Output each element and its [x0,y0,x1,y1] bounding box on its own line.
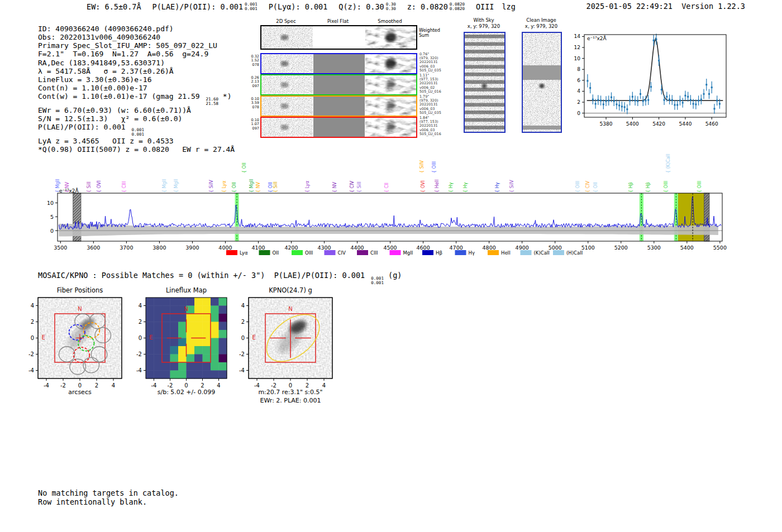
line-label-ly: { Lyα [305,181,311,193]
svg-text:2: 2 [306,382,309,389]
svg-text:Lineflux Map: Lineflux Map [166,286,207,294]
svg-text:E: E [42,334,45,341]
svg-text:Fiber Positions: Fiber Positions [57,286,103,294]
line-label-civ: { CIV [585,181,591,193]
legend-item: Hβ [422,250,442,256]
classification-label: OIII [476,2,494,11]
col-header-smoothed: Smoothed [364,18,416,24]
line-label-nv: { NV [256,182,261,193]
flags-label: lzg [502,2,515,11]
line-label-siii: { SiII [87,181,92,193]
svg-text:5: 5 [50,214,54,220]
spec2d-image [261,118,313,137]
full-spectrum-chart: 0510350036003700380039004000410042004300… [47,188,746,260]
legend-item: CIV [325,250,346,256]
legend-item: (H)CaII [553,250,583,256]
svg-text:-2: -2 [239,351,245,357]
clean-image-title: Clean Imagex, y: 979, 320 [516,17,567,29]
svg-text:5400: 5400 [626,121,639,127]
svg-text:4100: 4100 [251,245,265,251]
svg-text:0: 0 [577,111,580,116]
svg-text:3900: 3900 [185,245,199,251]
kpno-cutout-panel: KPNO(24.7) g-4-4-2-2002244NEm:20.7 re:3.… [237,285,341,412]
line-label-oiii: { OIII [697,181,703,193]
svg-text:-4: -4 [151,382,157,389]
text-line: λ = 5417.58Å σ = 2.37(±0.26)Å [38,67,235,75]
svg-text:e⁻¹⁷x2Å: e⁻¹⁷x2Å [587,35,607,41]
svg-text:EWr: 2. PLAE: 0.001: EWr: 2. PLAE: 0.001 [260,397,321,404]
svg-text:Hβ: Hβ [436,250,442,256]
line-label-kcaii: { (K)CaII [666,154,671,173]
line-label-oiii: { OIII [664,181,669,193]
svg-text:2: 2 [577,99,580,105]
legend-item: OIII [292,250,313,256]
line-label-oii: { OII [242,162,247,173]
svg-text:5500: 5500 [713,245,727,251]
z-value: z: 0.0820 [407,2,448,11]
line-label-ovi: { OVI [421,180,426,193]
svg-text:-4: -4 [254,382,260,389]
svg-text:OIII: OIII [305,250,313,256]
plya-value: P(Lyα): 0.001 [269,2,328,11]
svg-text:2: 2 [241,319,245,325]
mosaic-match-line: MOSAIC/KPNO : Possible Matches = 0 (with… [38,271,402,285]
spec2d-row [260,53,417,74]
text-line: Primary Spec_Slot_IFU_AMP: 505_097_022_L… [38,41,235,50]
line-label-oiii: { OIII [432,161,437,173]
line-label-h: { Hγ [495,183,500,193]
legend-item: CIII [357,250,378,256]
header-summary: EW: 6.5±0.7ÅP(LAE)/P(OII): 0.0010.0010.0… [87,2,516,11]
line-label-heii: { HeII [435,180,440,193]
svg-text:2: 2 [139,319,142,325]
text-line: EWr = 6.70(±0.93) (w: 6.60(±0.71))Å [38,106,235,114]
spec2d-image [365,97,416,116]
line-label-siii: { SiII [357,181,363,193]
svg-text:4800: 4800 [483,245,496,251]
spec2d-image [313,97,365,116]
detection-info-block: ID: 4090366240 (4090366240.pdf)Obs: 2022… [38,25,235,154]
svg-text:14: 14 [574,33,580,39]
svg-text:E: E [252,334,256,341]
svg-text:5300: 5300 [647,245,661,251]
svg-text:E: E [149,334,152,341]
legend-item: OII [259,250,279,256]
svg-text:2: 2 [31,319,34,325]
line-label-nv: { NV [65,182,70,193]
line-fit-chart: 0246810121453805400542054405460e⁻¹⁷x2Å [574,28,748,137]
spec2d-image [313,54,365,73]
svg-text:m:20.7 re:3.1" s:0.5": m:20.7 re:3.1" s:0.5" [258,389,322,396]
svg-text:3600: 3600 [87,245,100,251]
ew-value: EW: 6.5±0.7Å [87,2,141,11]
svg-text:-4: -4 [136,367,142,373]
line-label-h: { Hβ [646,182,651,193]
text-line: *Q(0.98) OIII(5007) z = 0.0820 EW r = 27… [38,145,235,154]
svg-text:5200: 5200 [614,245,628,251]
svg-text:4500: 4500 [383,245,397,251]
svg-text:0: 0 [289,382,292,389]
line-label-siiv: { SiIV [509,180,515,193]
line-label-ciii: { CIII [122,181,127,193]
with-sky-cutout [464,32,506,133]
svg-text:3800: 3800 [152,245,166,251]
spec2d-row-annotation: 1.11"(977, 153)20220131v006_02505_LU_016 [419,74,455,94]
svg-text:5100: 5100 [581,245,595,251]
svg-text:-2: -2 [28,351,34,357]
line-label-siiv: { SiIV [419,160,425,173]
report-timestamp: 2025-01-05 22:49:21 [586,2,673,11]
legend-item: Hγ [455,250,475,256]
svg-text:6: 6 [577,78,580,83]
line-label-siiv: { SiIV [209,180,214,193]
spec2d-image [365,118,416,137]
text-line: Cont(n) = 1.10(±0.00)e-17 [38,84,235,92]
svg-text:N: N [78,306,82,312]
svg-text:OII: OII [273,250,279,256]
plae-poii-range: 0.0010.001 [245,2,258,11]
line-label-mgii: { MgII [174,179,179,193]
spec2d-row-weights: 0.101.07097 [246,118,259,131]
spec2d-image [261,75,313,94]
svg-text:N: N [184,306,188,312]
svg-text:-2: -2 [271,382,276,389]
svg-text:5000: 5000 [549,245,562,251]
svg-text:CIII: CIII [370,250,378,256]
svg-text:4: 4 [217,382,220,389]
